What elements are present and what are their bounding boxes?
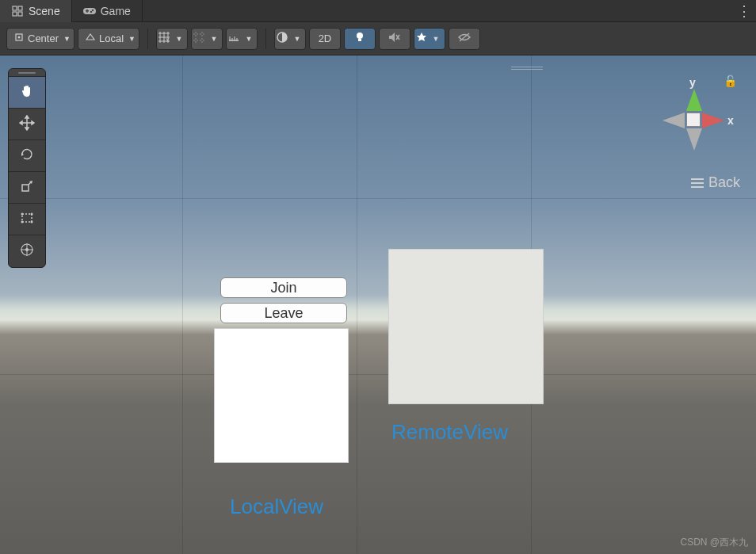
scale-tool-button[interactable]	[9, 172, 45, 204]
lightbulb-icon	[354, 31, 365, 46]
svg-rect-40	[22, 185, 29, 191]
grid-snap-icon: Y	[158, 31, 170, 46]
back-label: Back	[708, 174, 740, 191]
local-view-panel[interactable]	[214, 328, 349, 463]
tab-game-label: Game	[101, 5, 131, 17]
remote-view-panel[interactable]	[388, 249, 544, 404]
gizmo-y-axis[interactable]	[686, 89, 702, 111]
fx-toggle-button[interactable]: ▼	[414, 28, 445, 50]
draw-mode-button[interactable]: ▼	[274, 28, 306, 50]
unlock-icon[interactable]: 🔓	[724, 75, 737, 87]
move-tool-button[interactable]	[9, 109, 45, 140]
svg-marker-35	[25, 116, 29, 118]
scene-viewport[interactable]: RemoteView Join Leave LocalView 🔓	[0, 55, 756, 554]
leave-button-label: Leave	[264, 305, 303, 322]
move-icon	[19, 115, 35, 134]
gizmo-x-label: x	[727, 114, 734, 127]
handle-position-dropdown[interactable]: Center ▼	[6, 28, 74, 50]
svg-point-46	[21, 220, 24, 223]
local-view-label: LocalView	[230, 495, 323, 519]
handle-position-label: Center	[28, 32, 59, 44]
leave-button[interactable]: Leave	[220, 303, 347, 323]
svg-rect-1	[18, 6, 22, 10]
svg-marker-38	[32, 121, 34, 124]
canvas-grid-line	[182, 55, 183, 554]
scene-tab-icon	[11, 5, 24, 17]
game-tab-icon	[83, 5, 96, 17]
audio-off-icon	[388, 32, 401, 45]
tab-game[interactable]: Game	[72, 0, 143, 22]
gizmo-x-axis[interactable]	[702, 113, 724, 128]
tab-scene-label: Scene	[29, 5, 60, 17]
join-button-label: Join	[270, 280, 296, 296]
tab-scene[interactable]: Scene	[0, 0, 72, 22]
transform-tool-palette	[8, 68, 46, 268]
audio-toggle-button[interactable]	[379, 28, 410, 50]
watermark-text: CSDN @西木九	[680, 536, 748, 549]
shaded-icon	[276, 31, 288, 46]
lighting-toggle-button[interactable]	[344, 28, 376, 50]
svg-rect-3	[18, 12, 22, 16]
rect-icon	[19, 210, 35, 229]
2d-toggle-button[interactable]: 2D	[309, 28, 341, 50]
join-button[interactable]: Join	[220, 277, 347, 298]
2d-label: 2D	[319, 32, 332, 44]
chevron-down-icon: ▼	[210, 35, 217, 43]
svg-rect-4	[83, 8, 96, 14]
gizmo-y-label: y	[689, 76, 696, 89]
local-icon	[85, 32, 96, 45]
grid-visibility-button[interactable]: ▼	[226, 28, 258, 50]
handle-rotation-dropdown[interactable]: Local ▼	[78, 28, 139, 50]
rect-tool-button[interactable]	[9, 204, 45, 235]
chevron-down-icon: ▼	[432, 35, 439, 43]
gizmo-center[interactable]	[686, 113, 701, 127]
snap-increment-button[interactable]: ▼	[191, 28, 223, 50]
orientation-gizmo[interactable]: 🔓 y x	[645, 71, 740, 166]
svg-point-6	[90, 10, 92, 12]
rotate-tool-button[interactable]	[9, 140, 45, 172]
svg-marker-37	[20, 121, 22, 124]
chevron-down-icon: ▼	[128, 35, 136, 43]
svg-point-10	[18, 36, 21, 39]
chevron-down-icon: ▼	[63, 35, 71, 43]
transform-icon	[19, 242, 35, 261]
svg-point-5	[92, 9, 94, 10]
chevron-down-icon: ▼	[175, 35, 182, 43]
tab-overflow-menu[interactable]: ⋮	[732, 0, 756, 22]
svg-marker-36	[25, 128, 29, 130]
scene-background	[0, 55, 756, 554]
grid-snap-button[interactable]: Y ▼	[156, 28, 188, 50]
svg-point-44	[21, 212, 24, 215]
svg-point-51	[25, 248, 29, 251]
editor-tabs: Scene Game ⋮	[0, 0, 756, 22]
svg-text:Y: Y	[166, 37, 170, 43]
center-icon	[13, 32, 25, 45]
hand-tool-button[interactable]	[9, 77, 45, 109]
hand-icon	[19, 83, 35, 102]
gizmo-back-button[interactable]: Back	[691, 174, 740, 191]
rotate-icon	[19, 147, 35, 166]
svg-rect-0	[13, 6, 17, 10]
scene-toolbar: Center ▼ Local ▼ Y ▼ ▼ ▼ ▼ 2D	[0, 22, 756, 55]
fx-icon	[416, 32, 427, 45]
panel-drag-handle[interactable]	[511, 67, 543, 70]
scale-icon	[19, 178, 35, 197]
svg-point-28	[357, 32, 363, 39]
svg-point-47	[31, 220, 33, 223]
gizmo-neg-x-axis[interactable]	[662, 113, 685, 128]
menu-icon	[691, 178, 704, 188]
svg-point-45	[31, 212, 33, 215]
palette-grip[interactable]	[9, 69, 45, 77]
svg-rect-8	[86, 9, 88, 12]
svg-rect-29	[358, 39, 361, 41]
canvas-grid-line	[0, 198, 756, 199]
canvas-grid-line	[0, 374, 756, 375]
ruler-icon	[227, 32, 240, 45]
handle-rotation-label: Local	[99, 32, 124, 44]
gizmo-neg-y-axis[interactable]	[686, 128, 702, 151]
visibility-toggle-button[interactable]	[449, 28, 480, 50]
transform-tool-button[interactable]	[9, 235, 45, 267]
chevron-down-icon: ▼	[245, 35, 252, 43]
svg-rect-2	[13, 12, 17, 16]
remote-view-label: RemoteView	[391, 420, 508, 445]
